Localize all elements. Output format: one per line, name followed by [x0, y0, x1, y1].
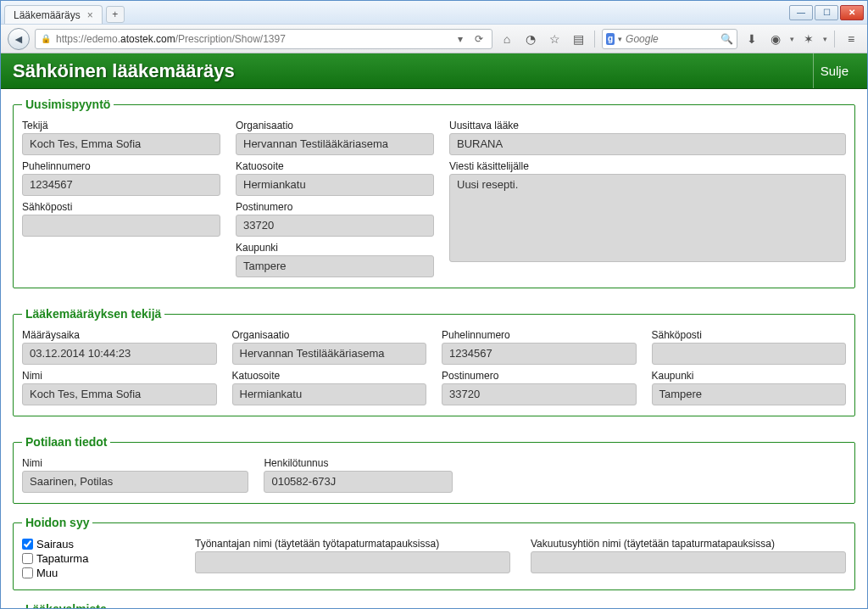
- new-tab-button[interactable]: +: [106, 6, 125, 23]
- page-viewport[interactable]: Sähköinen lääkemääräys Sulje Uusimispyyn…: [1, 53, 867, 608]
- employer-input[interactable]: [195, 551, 510, 573]
- checkbox-other[interactable]: Muu: [22, 567, 175, 579]
- bookmark-star-icon[interactable]: ☆: [545, 30, 564, 48]
- email-label: Sähköposti: [652, 329, 847, 341]
- page-header: Sähköinen lääkemääräys Sulje: [1, 53, 867, 89]
- org-value: Hervannan Testilääkäriasema: [236, 133, 434, 155]
- nav-back-button[interactable]: ◄: [8, 28, 30, 50]
- chevron-down-icon[interactable]: ▾: [618, 35, 622, 43]
- street-label: Katuosoite: [232, 370, 427, 382]
- city-label: Kaupunki: [236, 242, 434, 254]
- insurer-label: Vakuutusyhtiön nimi (täytetään tapaturma…: [531, 538, 846, 550]
- city-value: Tampere: [652, 383, 847, 405]
- patient-ssn-value: 010582-673J: [264, 471, 453, 493]
- panel-patient-info: Potilaan tiedot NimiSaarinen, Potilas He…: [13, 435, 855, 504]
- employer-label: Työnantajan nimi (täytetään työtapaturma…: [195, 538, 510, 550]
- city-value: Tampere: [236, 255, 434, 277]
- street-label: Katuosoite: [236, 160, 434, 172]
- panel-treatment-reason: Hoidon syy Sairaus Tapaturma Muu Työnant…: [13, 516, 855, 590]
- message-value: Uusi resepti.: [449, 174, 846, 262]
- checkbox-sickness[interactable]: Sairaus: [22, 538, 175, 550]
- patient-ssn-label: Henkilötunnus: [264, 457, 453, 469]
- browser-toolbar: ◄ 🔒 https://edemo.atostek.com/Prescripti…: [1, 25, 867, 53]
- google-icon: g: [606, 33, 615, 45]
- page-close-link[interactable]: Sulje: [813, 53, 855, 88]
- email-value: [652, 343, 847, 365]
- addon-icon[interactable]: ◉: [766, 30, 785, 48]
- reload-icon[interactable]: ⟳: [471, 33, 487, 45]
- window-close-button[interactable]: ✕: [840, 5, 864, 20]
- email-value: [22, 215, 220, 237]
- reload-chevron-icon[interactable]: ▾: [454, 33, 466, 45]
- street-value: Hermiankatu: [232, 383, 427, 405]
- menu-icon[interactable]: ≡: [842, 30, 860, 48]
- window-controls: — ☐ ✕: [789, 5, 864, 20]
- chevron-down-icon[interactable]: ▾: [823, 35, 827, 43]
- panel-prescription-author: Lääkemääräyksen tekijä Määräysaika03.12.…: [13, 307, 855, 416]
- history-icon[interactable]: ◔: [521, 30, 540, 48]
- insurer-input[interactable]: [531, 551, 846, 573]
- search-input[interactable]: [626, 33, 717, 45]
- reader-icon[interactable]: ▤: [569, 30, 587, 48]
- postal-value: 33720: [442, 383, 637, 405]
- page-content: Uusimispyyntö TekijäKoch Tes, Emma Sofia…: [1, 89, 867, 608]
- browser-window: Lääkemääräys × + — ☐ ✕ ◄ 🔒 https://edemo…: [0, 0, 868, 609]
- name-value: Koch Tes, Emma Sofia: [22, 383, 217, 405]
- toolbar-separator: [594, 31, 595, 47]
- panel-legend: Lääkemääräyksen tekijä: [22, 307, 164, 321]
- time-value: 03.12.2014 10:44:23: [22, 343, 217, 365]
- time-label: Määräysaika: [22, 329, 217, 341]
- org-value: Hervannan Testilääkäriasema: [232, 343, 427, 365]
- search-bar[interactable]: g ▾ 🔍: [602, 29, 737, 49]
- page-title: Sähköinen lääkemääräys: [13, 60, 235, 82]
- phone-value: 1234567: [22, 174, 220, 196]
- toolbar-separator: [834, 31, 835, 47]
- url-text: https://edemo.atostek.com/Prescription/S…: [56, 33, 286, 45]
- postal-label: Postinumero: [236, 201, 434, 213]
- panel-legend: Lääkevalmiste: [22, 602, 110, 608]
- phone-label: Puhelinnumero: [22, 160, 220, 172]
- window-titlebar: Lääkemääräys × + — ☐ ✕: [1, 1, 867, 25]
- phone-value: 1234567: [442, 343, 637, 365]
- download-icon[interactable]: ⬇: [743, 30, 761, 48]
- search-icon[interactable]: 🔍: [721, 33, 733, 45]
- creator-value: Koch Tes, Emma Sofia: [22, 133, 220, 155]
- chevron-down-icon[interactable]: ▾: [790, 35, 794, 43]
- med-value: BURANA: [449, 133, 846, 155]
- url-bar[interactable]: 🔒 https://edemo.atostek.com/Prescription…: [35, 29, 492, 49]
- email-label: Sähköposti: [22, 201, 220, 213]
- name-label: Nimi: [22, 370, 217, 382]
- extension-icon[interactable]: ✶: [799, 30, 818, 48]
- org-label: Organisaatio: [232, 329, 427, 341]
- patient-name-label: Nimi: [22, 457, 248, 469]
- creator-label: Tekijä: [22, 120, 220, 131]
- med-label: Uusittava lääke: [449, 120, 846, 131]
- city-label: Kaupunki: [652, 370, 847, 382]
- panel-legend: Uusimispyyntö: [22, 98, 114, 111]
- org-label: Organisaatio: [236, 120, 434, 131]
- postal-value: 33720: [236, 215, 434, 237]
- postal-label: Postinumero: [442, 370, 637, 382]
- window-minimize-button[interactable]: —: [789, 5, 813, 20]
- lock-icon: 🔒: [41, 34, 51, 43]
- panel-legend: Hoidon syy: [22, 516, 92, 529]
- panel-legend: Potilaan tiedot: [22, 435, 110, 449]
- checkbox-sickness-input[interactable]: [22, 539, 33, 550]
- checkbox-accident[interactable]: Tapaturma: [22, 552, 175, 565]
- checkbox-other-input[interactable]: [22, 567, 33, 578]
- window-maximize-button[interactable]: ☐: [815, 5, 838, 20]
- tab-close-icon[interactable]: ×: [86, 9, 95, 21]
- home-icon[interactable]: ⌂: [498, 30, 516, 48]
- message-label: Viesti käsittelijälle: [449, 160, 846, 172]
- tab-strip: Lääkemääräys × +: [4, 1, 789, 24]
- street-value: Hermiankatu: [236, 174, 434, 196]
- panel-renewal-request: Uusimispyyntö TekijäKoch Tes, Emma Sofia…: [13, 98, 855, 288]
- tab-title: Lääkemääräys: [14, 9, 81, 21]
- patient-name-value: Saarinen, Potilas: [22, 471, 248, 493]
- checkbox-accident-input[interactable]: [22, 553, 33, 564]
- browser-tab-active[interactable]: Lääkemääräys ×: [4, 5, 103, 24]
- phone-label: Puhelinnumero: [442, 329, 637, 341]
- panel-medicine-product: Lääkevalmiste: [13, 602, 855, 608]
